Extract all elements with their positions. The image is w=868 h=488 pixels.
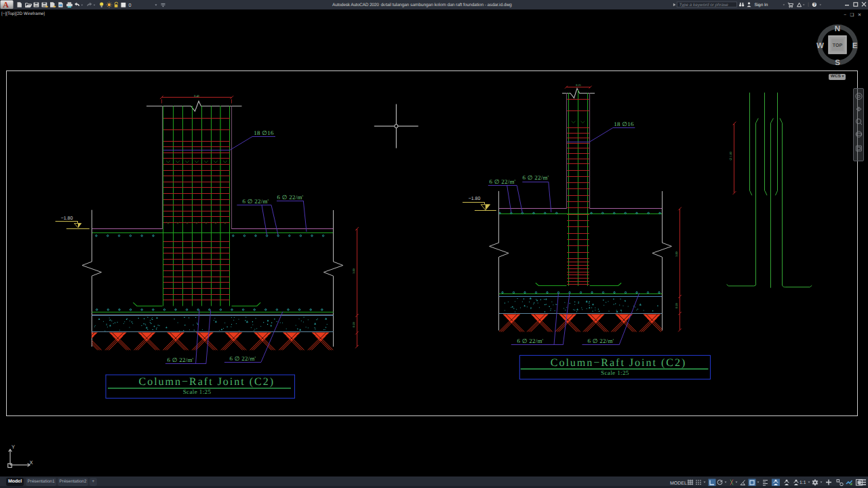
svg-text:X: X bbox=[29, 460, 33, 466]
svg-text:3.00: 3.00 bbox=[675, 251, 678, 256]
svg-text:6 ∅ 22/m': 6 ∅ 22/m' bbox=[588, 338, 614, 344]
svg-text:Sign In: Sign In bbox=[754, 3, 768, 7]
svg-text:6 ∅ 22/m': 6 ∅ 22/m' bbox=[243, 198, 269, 205]
svg-text:Autodesk AutoCAD 2020: Autodesk AutoCAD 2020 bbox=[332, 3, 379, 7]
svg-text:6 ∅ 22/m': 6 ∅ 22/m' bbox=[523, 174, 549, 181]
svg-text:0.25: 0.25 bbox=[576, 83, 580, 87]
svg-text:0.20: 0.20 bbox=[352, 322, 355, 327]
svg-text:Column−Raft Joint (C2): Column−Raft Joint (C2) bbox=[551, 357, 687, 369]
svg-text:Scale 1:25: Scale 1:25 bbox=[601, 369, 629, 376]
svg-text:TOP: TOP bbox=[833, 43, 843, 48]
svg-text:6 ∅ 22/m': 6 ∅ 22/m' bbox=[230, 355, 256, 362]
svg-text:∅ 1.00: ∅ 1.00 bbox=[729, 151, 732, 161]
svg-text:6 ∅ 22/m': 6 ∅ 22/m' bbox=[277, 194, 304, 201]
svg-text:S: S bbox=[835, 59, 840, 66]
svg-text:A: A bbox=[3, 0, 9, 9]
svg-text:Y: Y bbox=[12, 444, 15, 450]
svg-text:Scale 1:25: Scale 1:25 bbox=[183, 388, 212, 395]
svg-text:6 ∅ 22/m': 6 ∅ 22/m' bbox=[167, 357, 194, 363]
svg-text:Column−Raft Joint (C2): Column−Raft Joint (C2) bbox=[139, 376, 275, 388]
svg-text:6 ∅ 22/m': 6 ∅ 22/m' bbox=[490, 178, 516, 185]
svg-text:6 ∅ 22/m': 6 ∅ 22/m' bbox=[517, 338, 544, 344]
svg-text:−1.80: −1.80 bbox=[469, 197, 481, 201]
svg-text:1:1: 1:1 bbox=[800, 481, 806, 485]
svg-text:N: N bbox=[835, 25, 840, 33]
svg-text:detail tulangan sambungan kolo: detail tulangan sambungan kolom dan raft… bbox=[381, 3, 513, 7]
svg-text:−1.80: −1.80 bbox=[61, 216, 73, 221]
svg-text:?: ? bbox=[813, 3, 816, 7]
svg-text:0: 0 bbox=[129, 2, 132, 8]
svg-text:MODEL: MODEL bbox=[670, 481, 687, 486]
svg-text:Type a keyword or phrase: Type a keyword or phrase bbox=[679, 3, 729, 7]
svg-text:0.20: 0.20 bbox=[675, 303, 678, 308]
svg-text:0.40: 0.40 bbox=[194, 94, 199, 98]
svg-text:3.00: 3.00 bbox=[352, 268, 355, 273]
svg-text:E: E bbox=[852, 42, 858, 50]
svg-text:W: W bbox=[816, 42, 824, 50]
svg-text:18 ∅16: 18 ∅16 bbox=[614, 121, 634, 127]
svg-text:18 ∅16: 18 ∅16 bbox=[254, 129, 274, 136]
